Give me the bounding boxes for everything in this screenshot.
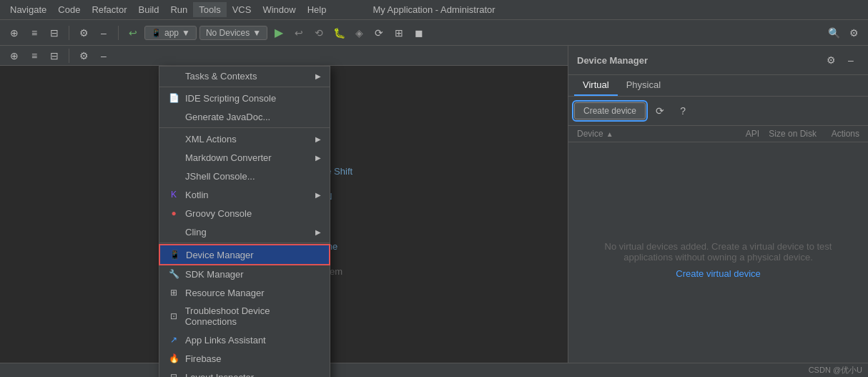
sep-2	[159, 127, 330, 128]
menu-ide-scripting[interactable]: 📄 IDE Scripting Console	[159, 89, 330, 107]
markdown-arrow-icon: ▶	[315, 154, 321, 162]
kotlin-arrow-icon: ▶	[315, 191, 321, 199]
menu-app-links[interactable]: ↗ App Links Assistant	[159, 331, 330, 349]
menu-cling-label: Cling	[185, 227, 207, 238]
col-device-label: Device	[577, 129, 603, 139]
xml-arrow-icon: ▶	[315, 135, 321, 143]
toolbar-icon-1[interactable]: ⊕	[6, 24, 23, 41]
groovy-icon: ●	[168, 207, 179, 219]
profile-button[interactable]: ◈	[350, 24, 368, 41]
no-devices-label: No Devices	[206, 28, 250, 38]
create-virtual-link[interactable]: Create virtual device	[676, 268, 761, 279]
menu-groovy-label: Groovy Console	[185, 208, 252, 219]
sec-sep	[69, 49, 69, 63]
device-manager-panel: Device Manager ⚙ – Virtual Physical Crea…	[568, 46, 868, 377]
menu-xml-actions-label: XML Actions	[185, 134, 237, 145]
menu-sdk-manager[interactable]: 🔧 SDK Manager	[159, 265, 330, 283]
menu-markdown-label: Markdown Converter	[185, 152, 272, 163]
menu-tasks-icon	[168, 70, 179, 82]
dm-header-icons: ⚙ –	[822, 52, 859, 69]
menu-resource-manager-label: Resource Manager	[185, 288, 265, 298]
jshell-icon	[168, 170, 179, 182]
cling-arrow-icon: ▶	[315, 228, 321, 236]
device-manager-toolbar: Create device ⟳ ?	[568, 97, 868, 126]
menu-app-links-label: App Links Assistant	[185, 335, 266, 346]
app-selector[interactable]: 📱 app ▼	[144, 26, 197, 40]
menu-navigate[interactable]: Navigate	[4, 2, 52, 17]
sep-1	[159, 87, 330, 87]
toolbar-sep-1	[69, 26, 69, 40]
toolbar-icon-5[interactable]: ⟳	[370, 24, 388, 41]
menu-troubleshoot[interactable]: ⊡ Troubleshoot Device Connections	[159, 302, 330, 331]
refresh-icon[interactable]: ⟳	[651, 102, 669, 119]
menu-groovy[interactable]: ● Groovy Console	[159, 204, 330, 222]
menu-jshell[interactable]: JShell Console...	[159, 167, 330, 185]
toolbar-icon-2[interactable]: ≡	[26, 24, 43, 41]
menu-firebase[interactable]: 🔥 Firebase	[159, 349, 330, 368]
ide-area: ⊕ ≡ ⊟ ⚙ – Search Everywhere Double Shift…	[0, 46, 568, 377]
toolbar-icon-4[interactable]: –	[95, 24, 112, 41]
toolbar-icon-6[interactable]: ⊞	[390, 24, 408, 41]
device-manager-icon: 📱	[169, 249, 180, 260]
menu-troubleshoot-label: Troubleshoot Device Connections	[185, 305, 321, 327]
help-icon[interactable]: ?	[674, 102, 691, 119]
menu-help[interactable]: Help	[302, 2, 332, 17]
menu-device-manager[interactable]: 📱 Device Manager	[159, 245, 330, 265]
secondary-icon-3[interactable]: ⊟	[46, 47, 63, 64]
menu-ide-scripting-label: IDE Scripting Console	[185, 93, 276, 104]
menu-code[interactable]: Code	[52, 2, 86, 17]
menu-run[interactable]: Run	[164, 2, 193, 17]
app-selector-label: app	[164, 28, 179, 38]
menu-refactor[interactable]: Refactor	[86, 2, 132, 17]
menu-resource-manager[interactable]: ⊞ Resource Manager	[159, 283, 330, 302]
search-toolbar-icon[interactable]: 🔍	[825, 24, 842, 41]
toolbar-icon-3[interactable]: ⊟	[46, 24, 63, 41]
toolbar-icon-7[interactable]: ◼	[410, 24, 428, 41]
toolbar-sep-2	[118, 26, 119, 40]
settings-icon[interactable]: ⚙	[75, 24, 92, 41]
menu-generate-javadoc-label: Generate JavaDoc...	[185, 112, 270, 122]
empty-message: No virtual devices added. Create a virtu…	[583, 241, 854, 263]
app-links-icon: ↗	[168, 334, 179, 346]
secondary-icon-4[interactable]: –	[95, 47, 112, 64]
secondary-icon-2[interactable]: ≡	[26, 47, 43, 64]
firebase-icon: 🔥	[168, 353, 179, 364]
settings-toolbar-icon[interactable]: ⚙	[845, 24, 862, 41]
create-device-button[interactable]: Create device	[574, 102, 646, 119]
layout-inspector-icon: ⊟	[168, 371, 179, 377]
menu-xml-actions[interactable]: XML Actions ▶	[159, 129, 330, 148]
markdown-icon	[168, 152, 179, 163]
menu-firebase-label: Firebase	[185, 353, 222, 364]
bottom-bar: CSDN @优小U	[0, 363, 868, 377]
menu-build[interactable]: Build	[133, 2, 165, 17]
menu-tasks[interactable]: Tasks & Contexts ▶	[159, 67, 330, 85]
run-button[interactable]: ▶	[270, 24, 287, 41]
col-api: API	[716, 129, 759, 139]
menu-generate-javadoc[interactable]: Generate JavaDoc...	[159, 107, 330, 126]
menu-kotlin-label: Kotlin	[185, 190, 209, 200]
dm-close-icon[interactable]: –	[842, 52, 859, 69]
menu-layout-inspector-label: Layout Inspector	[185, 372, 254, 378]
menu-vcs[interactable]: VCS	[227, 2, 257, 17]
secondary-settings-icon[interactable]: ⚙	[75, 47, 92, 64]
sdk-manager-icon: 🔧	[168, 268, 179, 280]
stop-button[interactable]: ↩	[290, 24, 307, 41]
menu-cling[interactable]: Cling ▶	[159, 222, 330, 241]
menu-window[interactable]: Window	[257, 2, 301, 17]
menu-layout-inspector[interactable]: ⊟ Layout Inspector	[159, 368, 330, 377]
tab-virtual[interactable]: Virtual	[574, 75, 618, 96]
attach-button[interactable]: ⟲	[310, 24, 327, 41]
dm-settings-icon[interactable]: ⚙	[822, 52, 839, 69]
tab-physical[interactable]: Physical	[618, 75, 669, 96]
secondary-icon-1[interactable]: ⊕	[6, 47, 23, 64]
menu-tools[interactable]: Tools	[193, 2, 226, 17]
tasks-arrow-icon: ▶	[315, 72, 321, 80]
watermark-text: CSDN @优小U	[809, 365, 862, 376]
menu-kotlin[interactable]: K Kotlin ▶	[159, 185, 330, 204]
menu-markdown[interactable]: Markdown Converter ▶	[159, 148, 330, 167]
col-device: Device ▲	[577, 129, 716, 139]
debug-button[interactable]: 🐛	[330, 24, 347, 41]
back-arrow-icon[interactable]: ↩	[124, 24, 142, 41]
no-devices-selector[interactable]: No Devices ▼	[199, 26, 267, 40]
menu-bar: Navigate Code Refactor Build Run Tools V…	[0, 0, 868, 20]
